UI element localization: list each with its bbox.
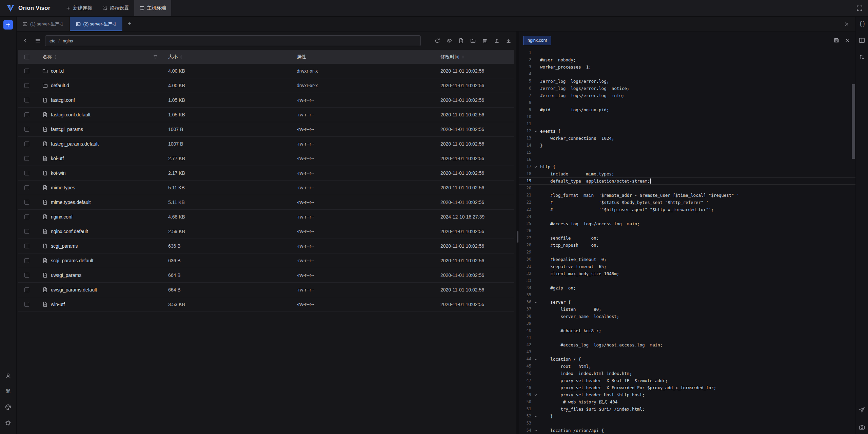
code-line[interactable]: 2 #user nobody;	[519, 56, 855, 63]
create-file-icon[interactable]	[457, 36, 466, 45]
fold-toggle[interactable]	[531, 377, 540, 384]
file-row[interactable]: scgi_params.default 636 B -rw-r--r-- 202…	[18, 253, 514, 268]
new-terminal-button[interactable]	[3, 20, 13, 30]
file-name[interactable]: scgi_params.default	[51, 258, 93, 263]
code-text[interactable]: root html;	[540, 363, 591, 370]
code-line[interactable]: 7 #error_log logs/error.log info;	[519, 92, 855, 99]
code-line[interactable]: 28 #tcp_nopush on;	[519, 242, 855, 249]
swap-vertical-icon[interactable]	[859, 54, 865, 60]
camera-icon[interactable]	[859, 424, 865, 430]
filter-icon[interactable]	[153, 55, 158, 59]
fold-toggle[interactable]	[531, 334, 540, 341]
file-name[interactable]: fastcgi.conf.default	[51, 112, 91, 117]
row-checkbox[interactable]	[24, 112, 29, 117]
file-row[interactable]: uwsgi_params 664 B -rw-r--r-- 2020-11-01…	[18, 268, 514, 283]
code-text[interactable]: #user nobody;	[540, 56, 576, 63]
row-checkbox[interactable]	[24, 229, 29, 234]
fold-toggle[interactable]	[531, 156, 540, 163]
fold-toggle[interactable]	[531, 199, 540, 206]
code-line[interactable]: 11	[519, 120, 855, 128]
file-name[interactable]: win-utf	[51, 302, 65, 307]
menu-item-terminal-settings[interactable]: 终端设置	[97, 0, 134, 16]
code-line[interactable]: 50 # web history 模式 404	[519, 398, 855, 405]
fold-toggle[interactable]	[531, 263, 540, 270]
fold-toggle[interactable]	[531, 413, 540, 420]
fold-toggle[interactable]	[531, 78, 540, 85]
code-text[interactable]: keepalive_timeout 65;	[540, 263, 607, 270]
sort-icon[interactable]	[54, 55, 57, 59]
row-checkbox[interactable]	[24, 171, 29, 175]
palette-icon[interactable]	[5, 404, 11, 410]
sort-icon[interactable]	[461, 55, 465, 59]
fold-toggle[interactable]	[531, 120, 540, 128]
code-text[interactable]: events {	[540, 128, 560, 135]
code-line[interactable]: 24	[519, 213, 855, 220]
code-text[interactable]: #gzip on;	[540, 284, 576, 291]
close-icon[interactable]	[845, 38, 850, 43]
fold-toggle[interactable]	[531, 92, 540, 99]
fold-toggle[interactable]	[531, 63, 540, 71]
fullscreen-icon[interactable]	[856, 5, 863, 11]
code-text[interactable]: #access_log logs/host.access.log main;	[540, 341, 663, 348]
code-line[interactable]: 10	[519, 113, 855, 120]
fold-toggle[interactable]	[531, 249, 540, 256]
fold-toggle[interactable]	[531, 220, 540, 227]
splitter-grip[interactable]	[517, 231, 518, 243]
command-icon[interactable]: ⌘	[5, 389, 11, 395]
fold-toggle[interactable]	[531, 49, 540, 56]
code-text[interactable]: try_files $uri $uri/ /index.html;	[540, 405, 645, 413]
row-checkbox[interactable]	[24, 185, 29, 190]
file-name[interactable]: mime.types	[51, 185, 75, 190]
code-text[interactable]: location /orion/api {	[540, 427, 604, 434]
fold-toggle[interactable]	[531, 149, 540, 156]
file-row[interactable]: nginx.conf.default 2.59 KB -rw-r--r-- 20…	[18, 224, 514, 239]
fold-toggle[interactable]	[531, 206, 540, 213]
code-line[interactable]: 34 #gzip on;	[519, 284, 855, 291]
code-text[interactable]: #tcp_nopush on;	[540, 242, 599, 249]
fold-toggle[interactable]	[531, 306, 540, 313]
menu-item-new-connection[interactable]: 新建连接	[60, 0, 97, 16]
code-line[interactable]: 19 default_type application/octet-stream…	[519, 177, 855, 185]
code-line[interactable]: 53	[519, 420, 855, 427]
close-icon[interactable]	[844, 21, 849, 27]
column-header-size[interactable]: 大小	[162, 54, 290, 60]
fold-toggle[interactable]	[531, 327, 540, 334]
code-text[interactable]: #error_log logs/error.log notice;	[540, 85, 629, 92]
column-header-name[interactable]: 名称	[36, 54, 162, 60]
code-text[interactable]: # '$status $body_bytes_sent "$http_refer…	[540, 199, 709, 206]
fold-toggle[interactable]	[531, 177, 540, 185]
code-text[interactable]: #access_log logs/access.log main;	[540, 220, 640, 227]
fold-toggle[interactable]	[531, 341, 540, 348]
fold-toggle[interactable]	[531, 405, 540, 413]
code-text[interactable]: worker_processes 1;	[540, 63, 591, 71]
code-line[interactable]: 8	[519, 99, 855, 106]
code-line[interactable]: 43	[519, 348, 855, 356]
file-name[interactable]: nginx.conf.default	[51, 229, 88, 234]
code-line[interactable]: 1	[519, 49, 855, 56]
file-name[interactable]: conf.d	[51, 68, 64, 74]
file-name[interactable]: uwsgi_params	[51, 272, 81, 278]
row-checkbox[interactable]	[24, 98, 29, 102]
code-text[interactable]: }	[540, 413, 553, 420]
download-icon[interactable]	[504, 36, 513, 45]
code-text[interactable]: include mime.types;	[540, 170, 614, 177]
send-icon[interactable]	[859, 407, 865, 413]
code-line[interactable]: 47 proxy_set_header X-Real-IP $remote_ad…	[519, 377, 855, 384]
fold-toggle[interactable]	[531, 256, 540, 263]
code-line[interactable]: 39	[519, 320, 855, 327]
code-text[interactable]: location / {	[540, 356, 581, 363]
fold-toggle[interactable]	[531, 370, 540, 377]
layout-icon[interactable]	[859, 37, 865, 43]
fold-toggle[interactable]	[531, 277, 540, 284]
file-row[interactable]: uwsgi_params.default 664 B -rw-r--r-- 20…	[18, 283, 514, 297]
code-line[interactable]: 31 keepalive_timeout 65;	[519, 263, 855, 270]
row-checkbox[interactable]	[24, 141, 29, 146]
panel-splitter[interactable]	[516, 32, 519, 434]
code-line[interactable]: 20	[519, 185, 855, 192]
preview-eye-icon[interactable]	[445, 36, 454, 45]
code-line[interactable]: 21 #log_format main '$remote_addr - $rem…	[519, 192, 855, 199]
fold-toggle[interactable]	[531, 284, 540, 291]
fold-toggle[interactable]	[531, 234, 540, 242]
fold-toggle[interactable]	[531, 142, 540, 149]
fold-toggle[interactable]	[531, 291, 540, 299]
